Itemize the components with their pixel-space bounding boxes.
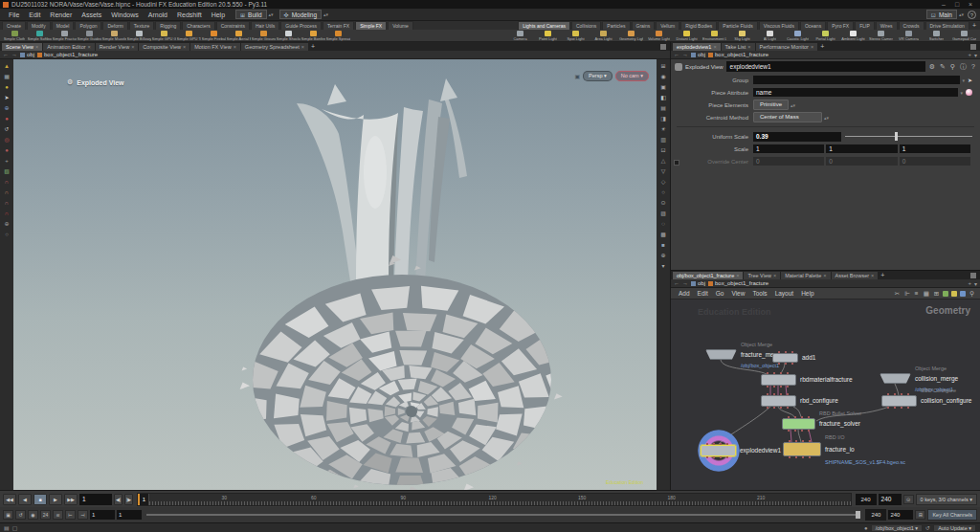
- pane-tab[interactable]: Asset Browser×: [832, 272, 879, 279]
- shelf-tool[interactable]: Simple Guided RBD: [77, 31, 101, 41]
- network-node-rbd_configure[interactable]: [761, 395, 796, 407]
- forward-icon[interactable]: →: [11, 52, 17, 57]
- shelf-tab[interactable]: Modify: [27, 21, 51, 30]
- shelf-tool[interactable]: Simple Softbody: [27, 31, 52, 41]
- group-input[interactable]: [753, 76, 960, 84]
- scale-icon[interactable]: ◎: [2, 135, 12, 144]
- pane-tab[interactable]: explodedview1×: [673, 43, 721, 51]
- shelf-tab[interactable]: Create: [2, 21, 26, 30]
- tools-icon[interactable]: ✂: [893, 290, 902, 298]
- shelf-tool[interactable]: Simple Cloth: [2, 31, 27, 41]
- shelf-tool[interactable]: Simple GPU Torch: [176, 31, 201, 41]
- shelf-tab[interactable]: Vellum: [656, 21, 679, 30]
- pane-tab[interactable]: Composite View×: [139, 43, 189, 51]
- dopnet-icon[interactable]: ≋: [53, 510, 63, 520]
- piece-attribute-input[interactable]: name: [753, 88, 958, 97]
- menu-item[interactable]: Windows: [106, 11, 143, 18]
- shelf-tab[interactable]: Polygon: [75, 21, 101, 30]
- maximize-button[interactable]: □: [950, 0, 964, 9]
- shelf-tab[interactable]: Deform: [102, 21, 127, 30]
- recook-icon[interactable]: ↺: [925, 524, 930, 531]
- display-fog-icon[interactable]: ⊙: [658, 198, 669, 208]
- range-icon[interactable]: ⊢: [65, 510, 76, 520]
- add-pane-tab-icon[interactable]: +: [879, 272, 886, 279]
- pane-menu-icon[interactable]: [970, 273, 976, 278]
- shelf-tool[interactable]: Sky Light: [728, 31, 756, 41]
- shelf-tool[interactable]: Simple Billowy Sm...: [126, 31, 151, 41]
- display-wire-icon[interactable]: ▤: [658, 103, 669, 113]
- play-button[interactable]: ▶: [49, 494, 62, 505]
- loop-icon[interactable]: ↺: [15, 510, 26, 520]
- shelf-tool[interactable]: Camera: [506, 31, 534, 41]
- pane-tab[interactable]: Motion FX View×: [190, 43, 240, 51]
- columns-icon[interactable]: ⊞: [932, 290, 941, 298]
- audio-icon[interactable]: ◉: [28, 510, 38, 520]
- shelf-tab[interactable]: Collisions: [571, 21, 601, 30]
- main-desktop-chip[interactable]: ⊡ Main: [926, 10, 957, 19]
- shelf-tab[interactable]: Oceans: [800, 21, 826, 30]
- pane-tab[interactable]: Tree View×: [744, 272, 780, 279]
- shelf-tool[interactable]: Simple Spreading...: [325, 31, 350, 41]
- help-icon[interactable]: ?: [970, 63, 976, 70]
- pane-tab[interactable]: Render View×: [96, 43, 139, 51]
- close-icon[interactable]: ×: [183, 43, 186, 51]
- subrange-icon[interactable]: ⊣: [78, 510, 88, 520]
- stop-button[interactable]: ■: [33, 494, 47, 505]
- network-node-fracture_io[interactable]: [783, 442, 821, 456]
- desktop-spin-icon[interactable]: ▴▾: [269, 11, 274, 17]
- override-center-checkbox[interactable]: [674, 160, 679, 166]
- close-icon[interactable]: ×: [736, 272, 739, 279]
- context-chip[interactable]: /obj/box_object1 ▾: [871, 524, 923, 532]
- scene-viewport[interactable]: ⚙ Exploded View ▣ Persp ▾ No cam ▾ Educa…: [13, 59, 657, 490]
- piece-elements-dropdown[interactable]: Primitive: [753, 100, 789, 110]
- network-canvas[interactable]: Education Edition Geometry: [671, 299, 980, 490]
- uniform-scale-input[interactable]: 0.39: [753, 132, 841, 142]
- pane-menu-icon[interactable]: [660, 44, 666, 50]
- display-points-icon[interactable]: ⊡: [658, 145, 669, 155]
- shelf-tab[interactable]: Model: [52, 21, 75, 30]
- shelf-tab[interactable]: Volume: [388, 21, 413, 30]
- pane-tab[interactable]: Scene View×: [2, 43, 42, 51]
- grid-icon[interactable]: ▦: [922, 290, 931, 298]
- shelf-tool[interactable]: Simple Fracture: [52, 31, 77, 41]
- scale-x-input[interactable]: 1: [753, 144, 824, 153]
- magnifier-icon[interactable]: ⚲: [968, 290, 976, 298]
- magnifier-icon[interactable]: ⚲: [949, 63, 956, 71]
- shelf-tool[interactable]: AI Light: [756, 31, 784, 41]
- path-node-chip[interactable]: box_object1_fracture: [37, 52, 98, 57]
- shelf-tab[interactable]: Particles: [602, 21, 630, 30]
- shelf-tab[interactable]: Grains: [632, 21, 656, 30]
- menu-item[interactable]: Arnold: [144, 11, 172, 18]
- info-icon[interactable]: ⓘ: [959, 62, 968, 72]
- shelf-tool[interactable]: Volume Light: [645, 31, 673, 41]
- back-icon[interactable]: ←: [674, 52, 679, 57]
- back-icon[interactable]: ←: [3, 52, 9, 57]
- path-node-chip[interactable]: box_object1_fracture: [708, 52, 768, 57]
- display-vectors-icon[interactable]: ▽: [658, 166, 669, 176]
- shelf-tool[interactable]: Simple GPU Ground Exp...: [151, 31, 176, 41]
- pane-link-icon[interactable]: ▾: [974, 280, 977, 287]
- shelf-tool[interactable]: Switcher: [923, 31, 950, 41]
- add-pane-tab-icon[interactable]: +: [818, 43, 826, 51]
- key-all-channels-button[interactable]: Key All Channels: [927, 509, 977, 521]
- scale-y-input[interactable]: 1: [826, 144, 897, 153]
- color-yellow-icon[interactable]: [951, 291, 957, 297]
- timeline-ruler[interactable]: 1 306090120150180210: [137, 493, 852, 506]
- range-start-field[interactable]: 1: [90, 510, 115, 520]
- display-normals-icon[interactable]: △: [658, 156, 669, 166]
- close-icon[interactable]: ×: [747, 43, 750, 51]
- network-node-rbdmaterialfracture[interactable]: [761, 374, 796, 386]
- list-icon[interactable]: ≡: [913, 290, 921, 297]
- menu-item[interactable]: Help: [797, 290, 817, 297]
- message-log-icon[interactable]: ▤: [4, 524, 10, 531]
- edit-icon[interactable]: ✎: [939, 63, 947, 71]
- spin-icon[interactable]: ▴▾: [791, 102, 795, 108]
- camera-lock-icon[interactable]: ▣: [658, 82, 669, 92]
- display-sprites-icon[interactable]: ○: [658, 188, 669, 197]
- snap-point-icon[interactable]: ∩: [2, 188, 12, 197]
- menu-item[interactable]: File: [4, 11, 24, 18]
- shelf-tool[interactable]: Simple Aerial Explosion: [226, 31, 251, 41]
- pin-icon[interactable]: ⊩: [902, 290, 912, 298]
- snap-multi-icon[interactable]: ∩: [2, 209, 12, 218]
- keys-info-dropdown[interactable]: 0 keys, 3/0 channels ▾: [916, 494, 977, 505]
